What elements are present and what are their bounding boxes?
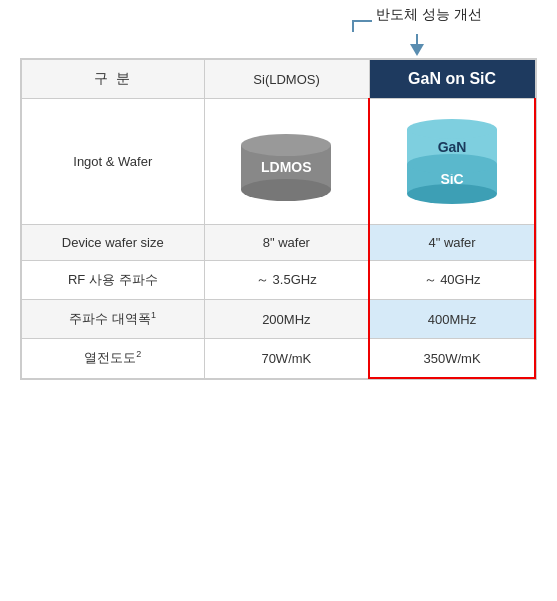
category-thermal: 열전도도2 xyxy=(22,339,205,378)
category-bandwidth: 주파수 대역폭1 xyxy=(22,300,205,339)
ldmos-label: LDMOS xyxy=(261,159,312,175)
si-bandwidth: 200MHz xyxy=(204,300,369,339)
svg-marker-1 xyxy=(410,44,424,56)
improvement-label: 반도체 성능 개선 xyxy=(376,6,482,24)
gan-top-ellipse xyxy=(407,119,497,139)
superscript-1: 1 xyxy=(151,310,156,320)
si-device-wafer-size: 8" wafer xyxy=(204,225,369,261)
ldmos-bottom xyxy=(241,179,331,201)
header-gan: GaN on SiC xyxy=(369,60,535,99)
si-thermal: 70W/mK xyxy=(204,339,369,378)
gan-thermal: 350W/mK xyxy=(369,339,535,378)
ldmos-top xyxy=(241,134,331,156)
left-bracket xyxy=(352,20,372,32)
superscript-2: 2 xyxy=(136,349,141,359)
gan-mid-ellipse xyxy=(407,154,497,174)
improvement-arrow-group: 반도체 성능 개선 xyxy=(352,20,482,56)
si-rf-frequency: ～ 3.5GHz xyxy=(204,261,369,300)
gan-rf-frequency: ～ 40GHz xyxy=(369,261,535,300)
ldmos-cylinder: LDMOS xyxy=(241,134,331,190)
gan-sic-cylinder: GaN SiC xyxy=(407,119,497,204)
gan-visual-cell: GaN SiC xyxy=(369,99,535,225)
down-arrow-icon xyxy=(407,34,427,56)
category-ingot-wafer: Ingot & Wafer xyxy=(22,99,205,225)
sic-bottom-ellipse xyxy=(407,184,497,204)
category-device-wafer-size: Device wafer size xyxy=(22,225,205,261)
header-category: 구 분 xyxy=(22,60,205,99)
gan-device-wafer-size: 4" wafer xyxy=(369,225,535,261)
row-ingot-wafer: Ingot & Wafer LDMOS GaN xyxy=(22,99,536,225)
gan-bandwidth: 400MHz xyxy=(369,300,535,339)
improvement-header: 반도체 성능 개선 xyxy=(20,20,537,56)
row-bandwidth: 주파수 대역폭1 200MHz 400MHz xyxy=(22,300,536,339)
table-header-row: 구 분 Si(LDMOS) GaN on SiC xyxy=(22,60,536,99)
row-thermal: 열전도도2 70W/mK 350W/mK xyxy=(22,339,536,378)
gan-layer-label: GaN xyxy=(438,139,467,155)
ldmos-visual-cell: LDMOS xyxy=(204,99,369,225)
comparison-table: 구 분 Si(LDMOS) GaN on SiC Ingot & Wafer L… xyxy=(20,58,537,380)
row-rf-frequency: RF 사용 주파수 ～ 3.5GHz ～ 40GHz xyxy=(22,261,536,300)
header-si: Si(LDMOS) xyxy=(204,60,369,99)
row-device-wafer-size: Device wafer size 8" wafer 4" wafer xyxy=(22,225,536,261)
category-rf-frequency: RF 사용 주파수 xyxy=(22,261,205,300)
